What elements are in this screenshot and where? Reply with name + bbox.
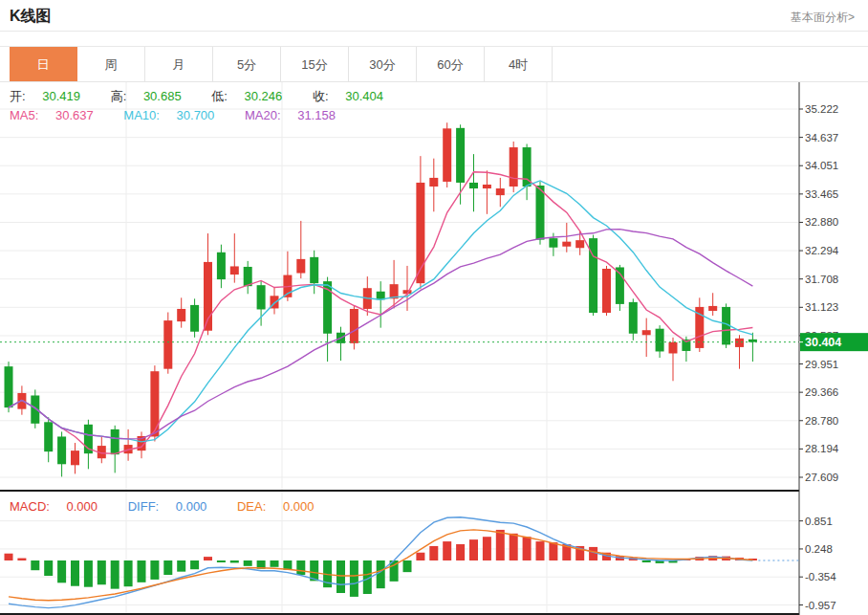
candle-body [669, 342, 678, 354]
candle-body [429, 178, 438, 187]
macd-bar [177, 560, 185, 572]
candle-body [163, 320, 172, 369]
macd-bar [510, 534, 518, 560]
macd-bar [536, 541, 545, 560]
candle-body [642, 330, 651, 335]
main-axis-label: 27.609 [805, 472, 838, 483]
candle-body [217, 253, 226, 279]
fundamental-analysis-link[interactable]: 基本面分析> [791, 10, 855, 26]
candle-body [350, 309, 358, 343]
macd-axis-label: -0.354 [805, 571, 836, 582]
candle-body [5, 366, 13, 407]
candle-body [244, 267, 252, 286]
macd-bar [496, 530, 505, 560]
main-axis-label: 34.051 [805, 160, 838, 171]
macd-bar [163, 560, 172, 575]
macd-bar [469, 539, 478, 560]
tab-5分[interactable]: 5分 [213, 47, 281, 82]
tab-日[interactable]: 日 [10, 47, 77, 82]
macd-axis-label: 0.248 [805, 543, 833, 555]
main-axis-label: 33.465 [805, 188, 838, 200]
macd-bar [336, 560, 345, 593]
macd-bar [271, 560, 279, 567]
candle-body [602, 269, 611, 313]
candle-body [443, 128, 451, 182]
tab-15分[interactable]: 15分 [281, 47, 349, 82]
macd-bar [217, 560, 226, 562]
candle-body [57, 436, 66, 464]
macd-bar [523, 537, 532, 560]
macd-bar [403, 560, 412, 572]
tab-30分[interactable]: 30分 [349, 47, 417, 82]
tab-月[interactable]: 月 [145, 47, 213, 82]
macd-bar [456, 544, 465, 560]
macd-bar [124, 560, 133, 586]
candle-body [562, 242, 571, 247]
macd-bar [416, 553, 424, 560]
macd-bar [443, 541, 451, 560]
macd-bar [230, 560, 239, 562]
macd-bar [283, 560, 292, 570]
main-axis-label: 28.780 [805, 415, 838, 427]
candle-body [735, 339, 744, 347]
macd-bar [71, 560, 79, 586]
macd-bar [111, 560, 119, 589]
candle-body [111, 429, 119, 454]
main-axis-label: 31.708 [805, 274, 838, 285]
main-axis-label: 34.637 [805, 132, 838, 143]
page-title: K线图 [10, 7, 52, 27]
macd-axis-label: -0.957 [805, 600, 836, 611]
candle-body [496, 188, 505, 195]
candle-body [510, 147, 518, 187]
candle-body [230, 266, 239, 275]
candle-body [483, 185, 491, 188]
macd-bar [377, 560, 385, 588]
tab-60分[interactable]: 60分 [417, 47, 485, 82]
macd-bar [150, 560, 159, 580]
macd-bar [84, 560, 93, 587]
candle-body [44, 422, 53, 451]
kline-canvas[interactable]: 35.22234.63734.05133.46532.88032.29431.7… [0, 82, 868, 615]
macd-bar [5, 554, 13, 560]
macd-bar [138, 560, 146, 582]
candle-body [708, 306, 717, 311]
tab-4时[interactable]: 4时 [485, 47, 553, 82]
header: K线图 基本面分析> [0, 0, 868, 31]
macd-axis-label: 0.851 [805, 516, 833, 527]
chart-region[interactable]: 35.22234.63734.05133.46532.88032.29431.7… [0, 81, 868, 615]
header-divider [0, 31, 868, 32]
main-axis-label: 29.366 [805, 386, 838, 398]
candle-body [469, 183, 478, 188]
candle-body [456, 128, 465, 183]
candle-body [656, 329, 664, 352]
candle-body [549, 238, 557, 248]
macd-bar [429, 546, 438, 560]
candle-body [296, 259, 305, 274]
main-axis-label: 31.123 [805, 301, 838, 313]
macd-bar [244, 560, 252, 566]
macd-bar [549, 542, 557, 560]
candle-body [31, 395, 39, 423]
candle-body [310, 257, 318, 283]
macd-bar [98, 560, 106, 584]
macd-bar [190, 560, 199, 569]
macd-bar [204, 557, 212, 560]
macd-bar [31, 560, 39, 570]
main-axis-label: 35.222 [805, 103, 838, 115]
candle-body [177, 309, 185, 321]
macd-bar [296, 560, 305, 575]
macd-bar [483, 537, 491, 560]
candle-body [575, 240, 584, 248]
macd-bar [57, 560, 66, 582]
macd-bar [589, 547, 597, 560]
candle-body [190, 305, 199, 332]
candle-body [629, 302, 638, 334]
period-tabs: 日周月5分15分30分60分4时 [0, 46, 868, 81]
candle-body [71, 450, 79, 465]
macd-bar [44, 560, 53, 576]
kline-app: { "header": { "title": "K线图", "link": "基… [0, 0, 868, 615]
macd-bar [642, 560, 651, 562]
tab-周[interactable]: 周 [77, 47, 145, 82]
macd-bar [17, 559, 26, 560]
main-axis-label: 29.951 [805, 359, 838, 370]
